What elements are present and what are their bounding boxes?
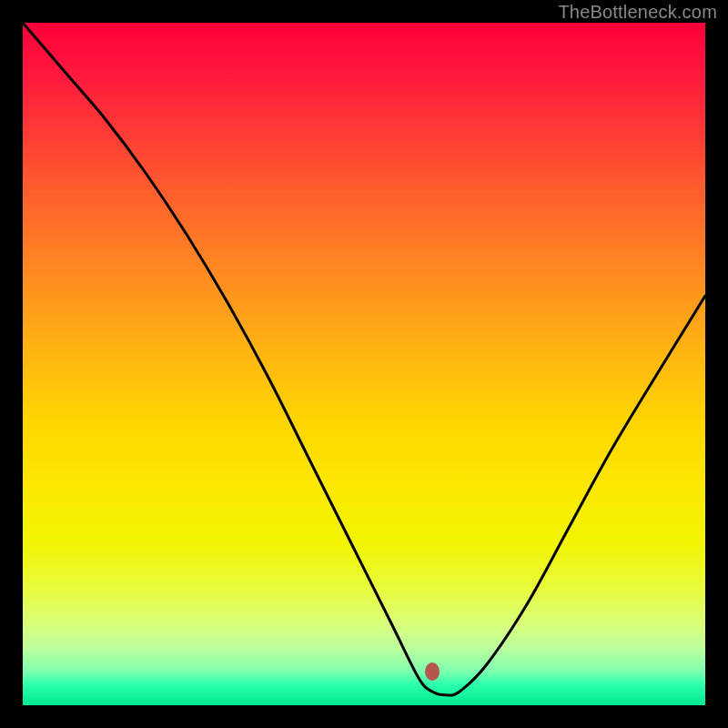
- bottleneck-curve: [23, 23, 705, 705]
- optimal-point-marker: [425, 662, 440, 681]
- watermark-text: TheBottleneck.com: [558, 2, 717, 23]
- plot-area: [23, 23, 705, 705]
- chart-frame: TheBottleneck.com: [0, 0, 728, 728]
